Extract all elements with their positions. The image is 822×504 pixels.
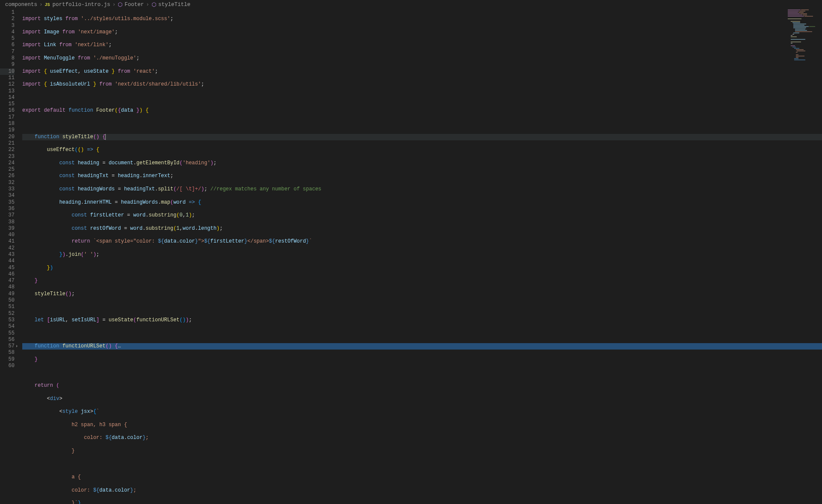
symbol-icon: ⬡ xyxy=(118,1,122,8)
symbol-icon: ⬡ xyxy=(152,1,156,8)
fold-chevron-icon[interactable]: › xyxy=(15,343,18,350)
minimap[interactable] xyxy=(788,9,822,61)
editor[interactable]: 1 2 3 4 5 6 7 8 9 10 11 12 13 14 15 16 1… xyxy=(0,9,822,504)
chevron-right-icon: › xyxy=(146,2,149,8)
breadcrumb-symbol[interactable]: styleTitle xyxy=(158,2,191,8)
breadcrumb-symbol[interactable]: Footer xyxy=(125,2,144,8)
code-area[interactable]: import styles from '../styles/utils.modu… xyxy=(22,9,822,504)
chevron-right-icon: › xyxy=(113,2,116,8)
breadcrumb-folder[interactable]: components xyxy=(5,2,37,8)
line-number-gutter: 1 2 3 4 5 6 7 8 9 10 11 12 13 14 15 16 1… xyxy=(0,9,22,504)
js-file-icon: JS xyxy=(45,3,50,7)
breadcrumb-file[interactable]: portfolio-intro.js xyxy=(53,2,110,8)
breadcrumb[interactable]: components › JS portfolio-intro.js › ⬡ F… xyxy=(0,0,822,9)
chevron-right-icon: › xyxy=(39,2,43,8)
